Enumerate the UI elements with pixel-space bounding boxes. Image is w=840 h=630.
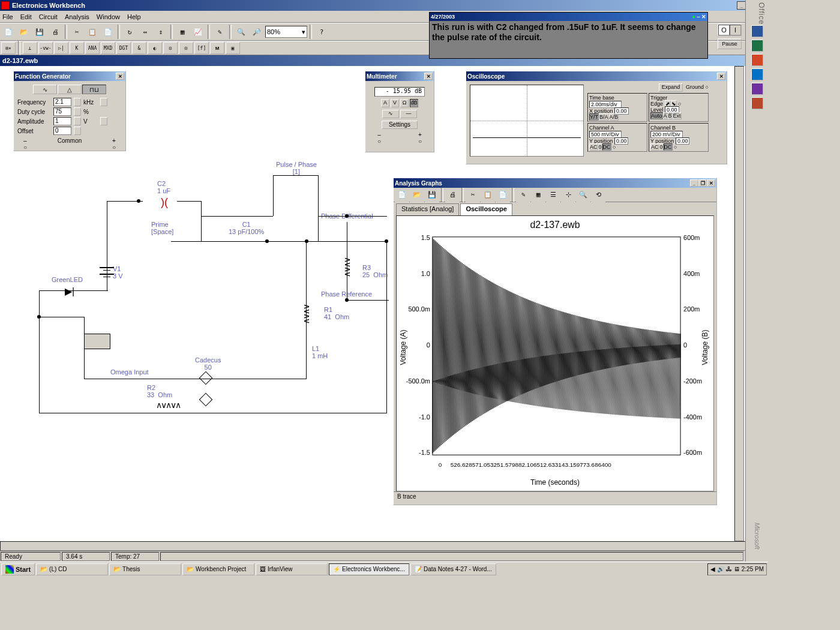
digital-bin[interactable]: DGT — [116, 42, 131, 54]
multimeter-close-icon[interactable]: ✕ — [424, 73, 433, 80]
help-button[interactable]: ? — [314, 25, 329, 39]
basic-bin[interactable]: -vw- — [38, 42, 53, 54]
greenled-label[interactable]: GreenLED — [52, 276, 83, 283]
analog-bin[interactable]: ANA — [85, 42, 100, 54]
prime-label[interactable]: Prime [Space] — [151, 221, 173, 235]
menu-window[interactable]: Window — [97, 13, 120, 20]
mixed-bin[interactable]: MXD — [101, 42, 115, 54]
oscilloscope-panel[interactable]: Oscilloscope✕ Expand Ground ○ Time base … — [466, 71, 727, 164]
zoom-out-button[interactable]: 🔎 — [250, 25, 264, 39]
ag-restore-button[interactable]: ⟲ — [591, 188, 605, 202]
mm-ohm-button[interactable]: Ω — [400, 99, 409, 107]
vertical-scrollbar[interactable] — [734, 66, 744, 541]
ag-max-icon[interactable]: ❐ — [698, 179, 707, 187]
cut-button[interactable]: ✂ — [70, 25, 84, 39]
ag-props-button[interactable]: ✎ — [516, 188, 530, 202]
menu-analysis[interactable]: Analysis — [65, 13, 89, 20]
r2-label[interactable]: R2 33 Ohm — [147, 384, 172, 398]
horizontal-scrollbar[interactable] — [0, 541, 758, 551]
mm-db-button[interactable]: dB — [410, 99, 418, 107]
misc-bin[interactable]: ⊟ — [179, 42, 193, 54]
ag-new-button[interactable]: 📄 — [395, 188, 409, 202]
menu-file[interactable]: File — [2, 13, 13, 20]
ag-copy-button[interactable]: 📋 — [481, 188, 495, 202]
workspace[interactable]: Function Generator✕ ∿ △ ⊓⊔ Frequency2.1k… — [0, 66, 768, 546]
subcircuit-button[interactable]: ▦ — [175, 25, 190, 39]
simulate-switch[interactable]: OI — [718, 24, 742, 36]
pulse-label[interactable]: Pulse / Phase [1] — [276, 161, 317, 175]
ag-tab-oscilloscope[interactable]: Oscilloscope — [460, 203, 512, 215]
v1-label[interactable]: V1 3 V — [113, 265, 123, 280]
ag-save-button[interactable]: 💾 — [425, 188, 439, 202]
oscope-close-icon[interactable]: ✕ — [717, 73, 725, 80]
print-button[interactable]: 🖨 — [48, 25, 62, 39]
sine-wave-button[interactable]: ∿ — [33, 85, 57, 94]
mm-v-button[interactable]: V — [391, 99, 399, 107]
new-button[interactable]: 📄 — [1, 25, 16, 39]
system-tray[interactable]: ◀ 🔊 🖧 🖥 2:25 PM — [707, 563, 767, 575]
amp-input[interactable]: 1 — [53, 117, 71, 125]
ag-open-button[interactable]: 📂 — [410, 188, 424, 202]
ag-min-icon[interactable]: _ — [690, 179, 698, 187]
taskbar-tab[interactable]: 📝 Data Notes 4-27 - Word... — [410, 563, 496, 575]
ag-paste-button[interactable]: 📄 — [496, 188, 510, 202]
sticky-note[interactable]: 4/27/2003● – ✕ This run is with C2 chang… — [429, 12, 708, 59]
excel-icon[interactable] — [751, 40, 763, 52]
indicator-bin[interactable]: ◐ — [148, 42, 162, 54]
ag-tab-statistics[interactable]: Statistics [Analog] — [396, 203, 459, 215]
tray-icon[interactable]: 🔊 — [717, 566, 724, 572]
r3-label[interactable]: R3 25 Ohm — [362, 264, 388, 278]
taskbar-tab[interactable]: 📂 Thesis — [109, 563, 181, 575]
flip-h-button[interactable]: ⇔ — [138, 25, 152, 39]
menu-help[interactable]: Help — [127, 13, 141, 20]
source-bin[interactable]: ⊥ — [23, 42, 37, 54]
duty-input[interactable]: 75 — [53, 107, 71, 116]
r1-label[interactable]: R1 41 Ohm — [324, 306, 349, 320]
ag-close-icon[interactable]: ✕ — [707, 179, 715, 187]
multimeter-panel[interactable]: Multimeter✕ - 15.95 dB A V Ω dB ∿ — Sett… — [365, 71, 434, 152]
funcgen-close-icon[interactable]: ✕ — [116, 73, 124, 80]
zoom-in-button[interactable]: 🔍 — [234, 25, 248, 39]
function-generator-panel[interactable]: Function Generator✕ ∿ △ ⊓⊔ Frequency2.1k… — [13, 71, 126, 151]
outlook-icon[interactable] — [751, 68, 763, 80]
l1-label[interactable]: L1 1 mH — [312, 345, 328, 359]
extra-bin[interactable]: ▣ — [226, 42, 240, 54]
instrument-bin[interactable]: [f] — [194, 42, 209, 54]
other-icon[interactable] — [751, 97, 763, 109]
save-button[interactable]: 💾 — [32, 25, 47, 39]
triangle-wave-button[interactable]: △ — [58, 85, 82, 94]
taskbar-tab-active[interactable]: ⚡ Electronics Workbenc... — [329, 563, 409, 575]
c2-label[interactable]: C2 1 uF — [157, 180, 170, 194]
oscope-expand-button[interactable]: Expand — [659, 83, 683, 92]
paste-button[interactable]: 📄 — [101, 25, 115, 39]
word-icon[interactable] — [751, 25, 763, 37]
freq-input[interactable]: 2.1 — [53, 98, 71, 106]
copy-button[interactable]: 📋 — [85, 25, 100, 39]
taskbar-tab[interactable]: 📂 (L) CD — [36, 563, 108, 575]
ag-plot-area[interactable]: d2-137.ewb 1.5 1.0 500.0m 0 -500.0m -1.0… — [396, 215, 714, 491]
offset-input[interactable]: 0 — [53, 127, 71, 135]
analysis-graphs-window[interactable]: Analysis Graphs _ ❐ ✕ 📄 📂 💾 🖨 ✂ 📋 📄 ✎ ▦ … — [393, 178, 717, 505]
diode-bin[interactable]: ▷| — [54, 42, 68, 54]
start-button[interactable]: Start — [1, 563, 35, 575]
menu-circuit[interactable]: Circuit — [39, 13, 58, 20]
ag-legend-button[interactable]: ☰ — [546, 188, 560, 202]
m-bin[interactable]: M — [210, 42, 224, 54]
taskbar-tab[interactable]: 🖼 IrfanView — [256, 563, 328, 575]
ag-cut-button[interactable]: ✂ — [466, 188, 480, 202]
omega-label[interactable]: Omega Input — [110, 368, 149, 376]
flip-v-button[interactable]: ⇕ — [154, 25, 168, 39]
tray-icon[interactable]: 🖥 — [734, 566, 740, 572]
open-button[interactable]: 📂 — [17, 25, 31, 39]
options-button[interactable]: ✎ — [212, 25, 227, 39]
access-icon[interactable] — [751, 83, 763, 95]
mm-a-button[interactable]: A — [381, 99, 389, 107]
mm-ac-button[interactable]: ∿ — [382, 110, 399, 118]
mm-dc-button[interactable]: — — [400, 110, 417, 118]
ag-print-button[interactable]: 🖨 — [445, 188, 460, 202]
transistor-bin[interactable]: K — [70, 42, 84, 54]
favorites-bin[interactable]: ⊞▾ — [1, 42, 16, 54]
ag-grid-button[interactable]: ▦ — [531, 188, 545, 202]
menu-edit[interactable]: Edit — [20, 13, 32, 20]
mm-settings-button[interactable]: Settings — [382, 121, 418, 129]
